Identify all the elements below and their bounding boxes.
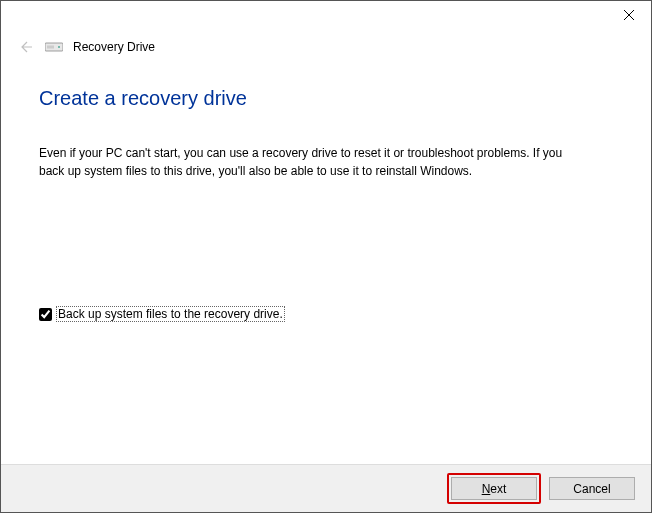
titlebar — [1, 1, 651, 31]
next-button[interactable]: Next — [451, 477, 537, 500]
content-area: Create a recovery drive Even if your PC … — [1, 57, 651, 322]
backup-checkbox-label[interactable]: Back up system files to the recovery dri… — [56, 306, 285, 322]
back-button — [15, 37, 35, 57]
drive-icon — [45, 41, 63, 53]
back-arrow-icon — [17, 39, 33, 55]
header-row: Recovery Drive — [1, 31, 651, 57]
description-text: Even if your PC can't start, you can use… — [39, 144, 584, 180]
backup-checkbox[interactable] — [39, 308, 52, 321]
backup-checkbox-row: Back up system files to the recovery dri… — [39, 306, 613, 322]
svg-rect-4 — [47, 46, 54, 49]
window-title: Recovery Drive — [73, 40, 155, 54]
footer-button-bar: Next Cancel — [1, 464, 651, 512]
next-button-highlight: Next — [447, 473, 541, 504]
svg-point-3 — [58, 46, 60, 48]
recovery-drive-wizard: Recovery Drive Create a recovery drive E… — [0, 0, 652, 513]
close-icon — [624, 10, 634, 20]
close-button[interactable] — [606, 1, 651, 29]
cancel-button[interactable]: Cancel — [549, 477, 635, 500]
page-heading: Create a recovery drive — [39, 87, 613, 110]
